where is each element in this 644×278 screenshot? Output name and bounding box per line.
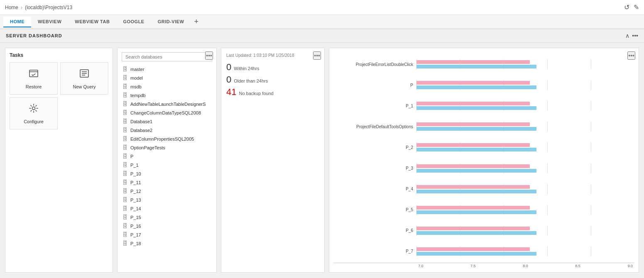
breadcrumb-db[interactable]: (localdb)\ProjectsV13 <box>25 5 72 10</box>
chart-row-label: P_6 <box>333 228 416 233</box>
db-icon: 🗄 <box>122 75 128 81</box>
backup-panel: ••• Last Updated: 1:03:10 PM 1/25/2018 0… <box>221 48 325 273</box>
bar-blue <box>416 148 536 151</box>
breadcrumb-home[interactable]: Home <box>5 5 18 10</box>
x-label: 7.5 <box>470 264 476 268</box>
backup-last-updated: Last Updated: 1:03:10 PM 1/25/2018 <box>226 53 319 58</box>
section-menu-button[interactable]: ••• <box>632 32 638 39</box>
databases-menu-button[interactable]: ••• <box>205 51 213 60</box>
tab-google[interactable]: GOOGLE <box>116 17 151 27</box>
db-icon: 🗄 <box>122 197 128 203</box>
bar-blue <box>416 169 536 173</box>
db-item-p11[interactable]: 🗄P_11 <box>122 178 212 187</box>
db-icon: 🗄 <box>122 127 128 133</box>
search-databases-input[interactable] <box>122 52 212 61</box>
chart-row: ProjectFileErrorListDoubleClick <box>333 59 634 69</box>
db-item-p17[interactable]: 🗄P_17 <box>122 230 212 239</box>
db-icon: 🗄 <box>122 66 128 72</box>
reload-button[interactable]: ↺ <box>624 3 629 11</box>
chart-row-label: P_4 <box>333 187 416 191</box>
bar-blue <box>416 210 536 214</box>
restore-task[interactable]: Restore <box>10 62 58 95</box>
x-label: 8.5 <box>575 264 580 268</box>
db-item-p14[interactable]: 🗄P_14 <box>122 204 212 213</box>
tab-webview[interactable]: WEBVIEW <box>31 17 68 27</box>
bar-pink <box>416 122 530 126</box>
chart-menu-button[interactable]: ••• <box>627 51 635 60</box>
db-icon: 🗄 <box>122 214 128 220</box>
chart-row: P <box>333 80 634 90</box>
section-title: SERVER DASHBOARD <box>6 33 62 38</box>
task-grid: Restore New Query <box>10 62 108 129</box>
db-item-database1[interactable]: 🗄Database1 <box>122 117 212 126</box>
db-item-p16[interactable]: 🗄P_16 <box>122 222 212 230</box>
bar-pink <box>416 164 530 168</box>
db-item-p18[interactable]: 🗄P_18 <box>122 239 212 248</box>
bar-blue <box>416 127 536 131</box>
section-collapse-button[interactable]: ∧ <box>625 32 629 39</box>
db-icon: 🗄 <box>122 171 128 177</box>
new-query-task[interactable]: New Query <box>60 62 108 95</box>
db-item-p[interactable]: 🗄P <box>122 152 212 161</box>
db-list: 🗄master 🗄model 🗄msdb 🗄tempdb 🗄AddNewTabl… <box>122 65 212 248</box>
breadcrumb: Home › (localdb)\ProjectsV13 <box>5 5 72 10</box>
tab-webview-tab[interactable]: WEBVIEW TAB <box>68 17 116 27</box>
edit-button[interactable]: ✎ <box>634 3 639 11</box>
configure-task[interactable]: Configure <box>10 97 58 129</box>
tab-add-button[interactable]: + <box>191 17 202 26</box>
chart-row-label: P_1 <box>333 104 416 108</box>
bar-pink <box>416 143 530 147</box>
bar-pink <box>416 206 530 210</box>
db-icon: 🗄 <box>122 153 128 159</box>
x-label: 9.0 <box>627 264 633 268</box>
db-item-model[interactable]: 🗄model <box>122 73 212 82</box>
db-icon: 🗄 <box>122 240 128 246</box>
db-item-addnewtable[interactable]: 🗄AddNewTableLaunchTableDesignerS <box>122 100 212 108</box>
chart-row-label: P_2 <box>333 145 416 150</box>
tasks-title: Tasks <box>10 52 108 58</box>
bar-blue <box>416 231 536 235</box>
db-item-msdb[interactable]: 🗄msdb <box>122 82 212 91</box>
bar-pink <box>416 247 530 251</box>
db-item-changecolumn[interactable]: 🗄ChangeColumnDataTypeSQL2008 <box>122 108 212 117</box>
db-item-database2[interactable]: 🗄Database2 <box>122 126 212 134</box>
db-item-master[interactable]: 🗄master <box>122 65 212 73</box>
db-icon: 🗄 <box>122 101 128 107</box>
new-query-label: New Query <box>73 84 95 89</box>
db-icon: 🗄 <box>122 92 128 98</box>
db-item-optionpage[interactable]: 🗄OptionPageTests <box>122 143 212 152</box>
db-icon: 🗄 <box>122 118 128 124</box>
db-item-p12[interactable]: 🗄P_12 <box>122 187 212 195</box>
tab-home[interactable]: HOME <box>3 17 31 27</box>
backup-num-within24: 0 <box>226 62 231 73</box>
db-item-p1[interactable]: 🗄P_1 <box>122 161 212 169</box>
backup-stat-older24: 0 Older than 24hrs <box>226 74 319 85</box>
db-icon: 🗄 <box>122 83 128 90</box>
db-item-p10[interactable]: 🗄P_10 <box>122 169 212 178</box>
breadcrumb-sep: › <box>21 5 22 10</box>
chart-row-label: P <box>333 83 416 88</box>
tasks-panel: Tasks Restore <box>5 48 113 273</box>
chart-row-label: P_7 <box>333 249 416 254</box>
backup-label-older24: Older than 24hrs <box>234 78 268 83</box>
restore-label: Restore <box>26 84 42 89</box>
db-icon: 🗄 <box>122 179 128 185</box>
chart-row-label: P_5 <box>333 207 416 212</box>
bar-blue <box>416 252 536 256</box>
db-icon: 🗄 <box>122 205 128 212</box>
db-icon: 🗄 <box>122 144 128 151</box>
chart-row: P_3 <box>333 163 634 173</box>
backup-num-older24: 0 <box>226 74 231 85</box>
backup-label-nobackup: No backup found <box>239 91 273 96</box>
backup-menu-button[interactable]: ••• <box>313 51 321 60</box>
main-content: Tasks Restore <box>0 43 644 278</box>
db-item-p15[interactable]: 🗄P_15 <box>122 213 212 222</box>
backup-num-nobackup: 41 <box>226 87 236 98</box>
chart-row: P_1 <box>333 101 634 111</box>
chart-row: P_4 <box>333 184 634 194</box>
db-item-editcolumn[interactable]: 🗄EditColumnPropertiesSQL2005 <box>122 134 212 143</box>
db-item-p13[interactable]: 🗄P_13 <box>122 195 212 204</box>
tab-grid-view[interactable]: GRID-VIEW <box>151 17 191 27</box>
db-item-tempdb[interactable]: 🗄tempdb <box>122 91 212 100</box>
configure-label: Configure <box>24 119 44 124</box>
